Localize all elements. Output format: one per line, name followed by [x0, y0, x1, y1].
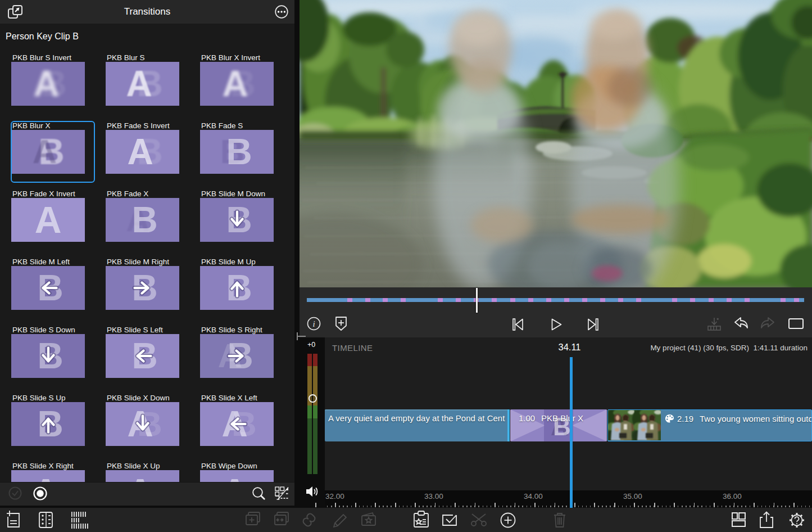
svg-text:i: i [312, 319, 315, 328]
